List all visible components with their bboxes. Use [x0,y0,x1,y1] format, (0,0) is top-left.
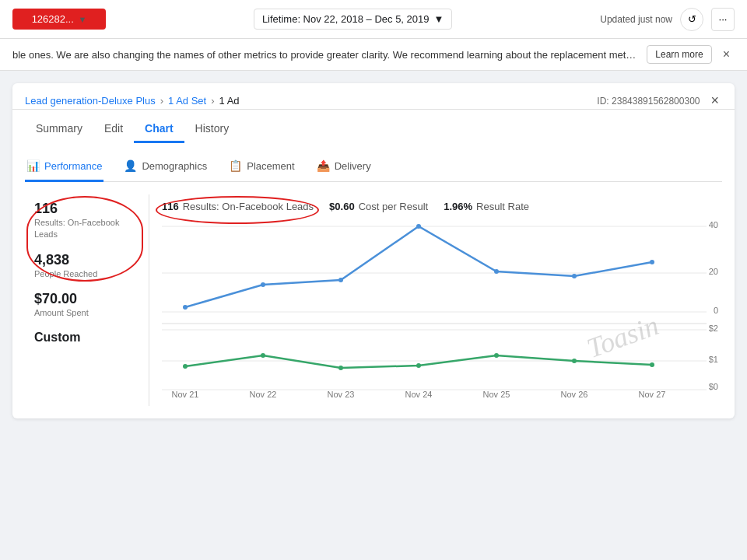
chart-container: 116 Results: On-Facebook Leads 4,838 Peo… [25,194,722,406]
updated-text: Updated just now [600,14,672,25]
x-label-nov27: Nov 27 [639,390,666,399]
metric-reached: 4,838 People Reached [34,252,139,280]
metric-results-value: 116 [34,201,139,217]
blue-point-5 [494,269,499,274]
demographics-label: Demographics [142,160,207,172]
top-bar: 126282... ▼ Lifetime: Nov 22, 2018 – Dec… [0,0,747,39]
chart-area: 116 Results: On-Facebook Leads $0.60 Cos… [149,194,731,406]
panel-header: Lead generation-Deluxe Plus › 1 Ad Set ›… [12,83,735,110]
breadcrumb: Lead generation-Deluxe Plus › 1 Ad Set ›… [25,95,240,107]
performance-icon: 📊 [26,159,40,172]
top-bar-left: 126282... ▼ [12,9,106,30]
y-label-1: $1 [709,355,718,364]
tab-history[interactable]: History [184,116,240,143]
main-panel: Lead generation-Deluxe Plus › 1 Ad Set ›… [12,83,735,418]
date-range-picker[interactable]: Lifetime: Nov 22, 2018 – Dec 5, 2019 ▼ [254,9,453,30]
tab-edit[interactable]: Edit [93,116,134,143]
metric-reached-value: 4,838 [34,252,139,268]
more-icon: ··· [718,13,727,25]
metric-tab-performance[interactable]: 📊 Performance [25,155,103,182]
green-point-7 [650,362,654,367]
x-label-nov26: Nov 26 [561,390,588,399]
chart-metric-cpr: $0.60 Cost per Result [329,201,428,212]
chart-results-label: Results: On-Facebook Leads [183,201,314,212]
blue-point-3 [338,278,343,282]
panel-id: ID: 23843891562800300 [597,96,700,107]
top-bar-right: Updated just now ↺ ··· [600,8,735,31]
date-range-dropdown-icon: ▼ [434,13,444,25]
metric-results-label: Results: On-Facebook Leads [34,217,139,241]
green-point-1 [183,364,188,369]
metric-tab-demographics[interactable]: 👤 Demographics [122,155,209,182]
x-label-nov21: Nov 21 [172,390,199,399]
breadcrumb-campaign[interactable]: Lead generation-Deluxe Plus [25,95,156,107]
close-panel-button[interactable]: × [707,93,722,109]
metric-spent-value: $70.00 [34,291,139,307]
breadcrumb-sep-1: › [160,95,163,107]
metrics-sidebar: 116 Results: On-Facebook Leads 4,838 Peo… [25,194,149,406]
blue-line-series [185,226,652,307]
custom-label: Custom [34,331,139,345]
x-label-nov22: Nov 22 [250,390,277,399]
date-range-text: Lifetime: Nov 22, 2018 – Dec 5, 2019 [262,13,430,25]
green-point-2 [261,353,265,358]
metric-reached-label: People Reached [34,268,139,280]
delivery-icon: 📤 [317,159,330,172]
learn-more-button[interactable]: Learn more [647,45,711,64]
performance-label: Performance [44,160,102,172]
chart-cpr-value: $0.60 [329,201,355,212]
blue-point-6 [572,274,577,278]
blue-point-4 [416,224,421,229]
x-label-nov25: Nov 25 [483,390,510,399]
breadcrumb-ad[interactable]: 1 Ad [219,95,240,107]
notification-bar: ble ones. We are also changing the names… [0,39,747,71]
more-options-button[interactable]: ··· [711,8,735,31]
metric-tab-delivery[interactable]: 📤 Delivery [315,155,373,182]
metric-tabs: 📊 Performance 👤 Demographics 📋 Placement… [25,155,722,182]
metric-tab-placement[interactable]: 📋 Placement [227,155,296,182]
account-button-label: 126282... [32,13,74,25]
y-label-20: 20 [709,267,718,276]
chart-cpr-label: Cost per Result [359,201,429,212]
x-label-nov24: Nov 24 [405,390,433,399]
blue-point-1 [183,305,188,310]
chart-rate-value: 1.96% [444,201,472,212]
y-label-2: $2 [709,324,718,333]
panel-body: 📊 Performance 👤 Demographics 📋 Placement… [12,142,735,418]
chart-svg: 40 20 0 [162,219,722,397]
chart-metric-results: 116 Results: On-Facebook Leads [162,201,314,212]
placement-label: Placement [247,160,294,172]
breadcrumb-adset[interactable]: 1 Ad Set [168,95,206,107]
tab-summary[interactable]: Summary [25,116,93,143]
green-point-6 [572,359,577,363]
metric-spent: $70.00 Amount Spent [34,291,139,319]
blue-point-2 [261,282,265,287]
chart-rate-label: Result Rate [476,201,529,212]
account-button[interactable]: 126282... ▼ [12,9,106,30]
chart-metric-rate: 1.96% Result Rate [444,201,529,212]
top-bar-center: Lifetime: Nov 22, 2018 – Dec 5, 2019 ▼ [118,9,587,30]
green-point-3 [338,366,343,370]
y-label-0: 0 [714,306,718,315]
green-point-4 [416,363,421,368]
metric-results: 116 Results: On-Facebook Leads [34,201,139,241]
close-notification-button[interactable]: × [718,46,735,63]
y-label-40: 40 [709,220,718,229]
chart-svg-container: 40 20 0 [162,219,722,400]
blue-point-7 [650,260,654,264]
metric-spent-label: Amount Spent [34,307,139,319]
x-label-nov23: Nov 23 [328,390,355,399]
refresh-icon: ↺ [688,13,696,25]
dropdown-arrow-icon: ▼ [78,15,86,24]
placement-icon: 📋 [229,159,242,172]
notification-text: ble ones. We are also changing the names… [12,49,637,61]
delivery-label: Delivery [335,160,371,172]
tab-chart[interactable]: Chart [134,116,184,143]
chart-header-metrics: 116 Results: On-Facebook Leads $0.60 Cos… [162,201,722,212]
chart-results-value: 116 [162,201,179,212]
y-label-0-bottom: $0 [709,382,718,391]
tabs-row: Summary Edit Chart History [12,116,735,142]
demographics-icon: 👤 [124,159,137,172]
breadcrumb-sep-2: › [211,95,214,107]
refresh-button[interactable]: ↺ [680,8,703,31]
